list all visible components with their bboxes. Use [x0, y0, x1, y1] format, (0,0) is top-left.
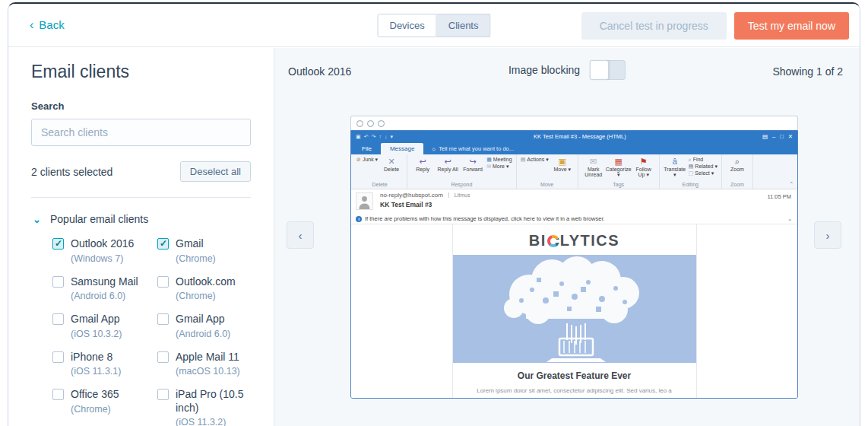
search-input[interactable]	[31, 119, 251, 146]
popular-clients-section-header[interactable]: ⌄ Popular email clients	[33, 213, 251, 225]
checkbox-unchecked-icon[interactable]	[157, 351, 169, 363]
toggle-knob	[590, 60, 609, 80]
email-clients-sidebar: Email clients Search 2 clients selected …	[8, 48, 274, 426]
ribbon-group: âTranslate ▾⌕Find▤Related ▾⬚Select ▾Edit…	[660, 154, 722, 189]
ribbon-button[interactable]: âTranslate ▾	[664, 156, 686, 178]
checkbox-unchecked-icon[interactable]	[157, 276, 169, 288]
ribbon-group-label: Respond	[411, 181, 512, 189]
quick-access-icon[interactable]: ▣	[356, 134, 361, 140]
window-dot-icon	[356, 120, 363, 127]
client-checkbox-item[interactable]: Samsung Mail(Android 6.0)	[52, 275, 157, 302]
devices-toggle-button[interactable]: Devices	[378, 14, 437, 37]
window-control-icon[interactable]: ▤	[762, 133, 768, 140]
window-control-icon[interactable]: –	[772, 133, 775, 140]
more-icon: ✉	[486, 164, 491, 170]
client-checkbox-item[interactable]: Office 365(Chrome)	[52, 388, 157, 426]
client-checkbox-item[interactable]: Gmail App(Android 6.0)	[157, 313, 251, 339]
ribbon-button[interactable]: ▤Related ▾	[689, 164, 718, 170]
ribbon-button[interactable]: ✕Delete	[380, 156, 403, 172]
client-name: iPhone 8	[71, 351, 121, 364]
clients-toggle-button[interactable]: Clients	[437, 14, 491, 37]
related-icon: ▤	[689, 164, 694, 170]
checkbox-unchecked-icon[interactable]	[52, 313, 64, 325]
move-icon: ▣	[559, 156, 566, 167]
client-checkbox-item[interactable]: ✓Gmail(Chrome)	[157, 237, 251, 264]
ribbon-button[interactable]: ▦Meeting	[486, 157, 512, 163]
bulb-icon: ☼	[431, 145, 436, 152]
ribbon-button[interactable]: ⌕Find	[689, 157, 718, 163]
checkbox-unchecked-icon[interactable]	[52, 389, 64, 400]
ribbon-group-label: Editing	[664, 181, 718, 189]
previewed-client-name: Outlook 2016	[288, 65, 351, 78]
tab-message[interactable]: Message	[381, 143, 423, 154]
tab-file[interactable]: File	[351, 145, 381, 154]
divider	[31, 197, 251, 198]
ribbon-button[interactable]: ⊘Junk ▾	[356, 157, 378, 163]
tell-me-box[interactable]: ☼ Tell me what you want to do...	[423, 145, 514, 154]
client-name: Outlook.com	[176, 275, 236, 289]
biglytics-logo: BI LYTICS	[453, 232, 696, 250]
client-name: Samsung Mail	[71, 275, 138, 289]
outlook-window: ▣↶↷↑↓▾ KK Test Email #3 - Message (HTML)…	[350, 130, 798, 399]
ribbon-button[interactable]: ✉Mark Unread	[582, 156, 605, 178]
client-name: Gmail App	[176, 313, 230, 326]
chevron-right-icon: ›	[826, 229, 830, 242]
checkbox-unchecked-icon[interactable]	[157, 313, 169, 325]
preview-pane: Outlook 2016 Image blocking Showing 1 of…	[274, 48, 860, 426]
previous-preview-button[interactable]: ‹	[287, 221, 314, 249]
ribbon-group-label: Delete	[356, 181, 403, 189]
client-checkbox-item[interactable]: Outlook.com(Chrome)	[157, 275, 251, 302]
ribbon-button[interactable]: ↩Reply	[411, 156, 434, 172]
ribbon-button[interactable]: ✉More ▾	[486, 164, 512, 170]
quick-access-icon[interactable]: ↓	[385, 134, 388, 140]
mark-unread-icon: ✉	[590, 156, 597, 167]
email-heading: Our Greatest Feature Ever	[453, 370, 696, 381]
message-time: 11:05 PM	[767, 193, 791, 200]
ribbon-group: ▤Actions ▾▣Move ▾Move	[517, 154, 578, 189]
quick-access-icon[interactable]: ↶	[364, 134, 369, 140]
ribbon-group-label: Move	[521, 181, 574, 189]
checkbox-unchecked-icon[interactable]	[157, 389, 169, 400]
quick-access-toolbar: ▣↶↷↑↓▾	[351, 134, 398, 140]
image-blocking-toggle[interactable]	[590, 60, 626, 80]
checkbox-unchecked-icon[interactable]	[52, 351, 64, 363]
ribbon-button[interactable]: ↩Reply All	[436, 156, 459, 172]
ribbon-group: ↩Reply↩Reply All↪Forward▦Meeting✉More ▾R…	[407, 154, 517, 189]
quick-access-icon[interactable]: ▾	[390, 134, 393, 140]
reply-icon: ↩	[420, 156, 426, 167]
test-email-button[interactable]: Test my email now	[734, 12, 849, 40]
info-bar-text[interactable]: If there are problems with how this mess…	[365, 215, 605, 222]
cancel-test-button[interactable]: Cancel test in progress	[581, 12, 727, 40]
ribbon-button[interactable]: ▦Categorize ▾	[607, 156, 630, 178]
client-os: (Windows 7)	[71, 253, 134, 264]
quick-access-icon[interactable]: ↑	[379, 134, 382, 140]
collapse-ribbon-icon[interactable]: ⌃	[789, 181, 794, 187]
client-checkbox-item[interactable]: Gmail App(iOS 10.3.2)	[52, 313, 157, 339]
ribbon-button[interactable]: ⚑Follow Up ▾	[632, 156, 655, 178]
client-checkbox-item[interactable]: Apple Mail 11(macOS 10.13)	[157, 351, 251, 377]
zoom-icon: ⌕	[735, 156, 740, 167]
client-checkbox-item[interactable]: iPad Pro (10.5 inch)(iOS 11.3.2)	[157, 388, 251, 426]
ribbon-button[interactable]: ↪Forward	[461, 156, 484, 172]
client-os: (Chrome)	[176, 291, 236, 301]
quick-access-icon[interactable]: ↷	[372, 134, 376, 140]
chevron-down-icon[interactable]: ⌄	[787, 216, 792, 222]
back-link[interactable]: ‹ Back	[30, 18, 65, 31]
checkbox-checked-icon[interactable]: ✓	[157, 238, 169, 250]
ribbon-button[interactable]: ⌕Zoom	[726, 156, 749, 172]
client-checkbox-item[interactable]: iPhone 8(iOS 11.3.1)	[52, 351, 157, 377]
window-control-icon[interactable]: □	[780, 133, 784, 140]
window-control-icon[interactable]: ✕	[788, 133, 793, 140]
deselect-all-button[interactable]: Deselect all	[180, 161, 251, 182]
checkbox-checked-icon[interactable]: ✓	[52, 238, 64, 250]
next-preview-button[interactable]: ›	[814, 221, 841, 249]
client-checkbox-item[interactable]: ✓Outlook 2016(Windows 7)	[52, 237, 157, 264]
client-os: (Chrome)	[176, 253, 216, 264]
ribbon-button[interactable]: ⬚Select ▾	[689, 170, 718, 176]
email-preview-frame: ▣↶↷↑↓▾ KK Test Email #3 - Message (HTML)…	[350, 116, 798, 399]
ribbon-button[interactable]: ▤Actions ▾	[521, 157, 549, 163]
email-content-column: BI LYTICS	[452, 224, 697, 398]
checkbox-unchecked-icon[interactable]	[52, 276, 64, 288]
email-paragraph: Lorem ipsum dolor sit amet, consectetur …	[467, 386, 682, 398]
ribbon-button[interactable]: ▣Move ▾	[551, 156, 574, 172]
